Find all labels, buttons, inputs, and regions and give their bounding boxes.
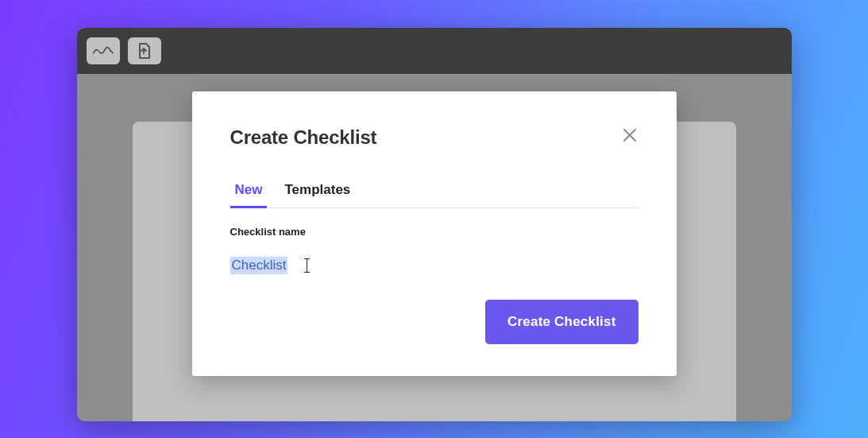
input-selected-text: Checklist: [230, 257, 288, 274]
modal-footer: Create Checklist: [230, 300, 638, 344]
checklist-name-label: Checklist name: [230, 226, 638, 238]
close-button[interactable]: [621, 126, 638, 144]
modal-header: Create Checklist: [230, 126, 638, 149]
app-window: Create Checklist New Templates Checklist…: [77, 28, 792, 421]
tab-templates[interactable]: Templates: [284, 176, 350, 207]
tab-new[interactable]: New: [235, 176, 263, 207]
close-icon: [623, 128, 637, 142]
modal-tabs: New Templates: [230, 176, 638, 208]
text-cursor-icon: [307, 258, 307, 273]
checklist-name-input[interactable]: Checklist: [230, 257, 638, 274]
modal-title: Create Checklist: [230, 126, 377, 149]
create-checklist-modal: Create Checklist New Templates Checklist…: [192, 91, 677, 376]
create-checklist-button[interactable]: Create Checklist: [485, 300, 638, 344]
